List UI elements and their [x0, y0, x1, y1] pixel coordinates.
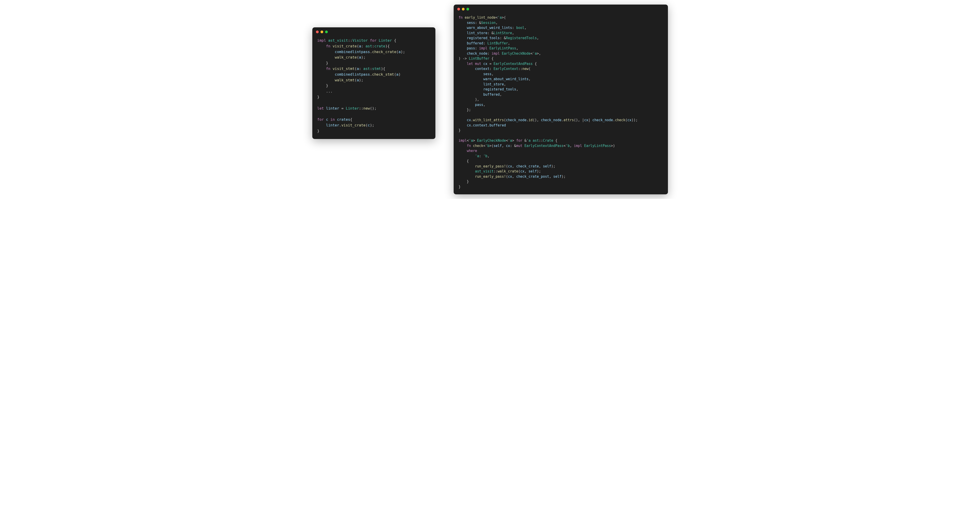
close-icon[interactable]: [457, 8, 460, 11]
titlebar: [453, 5, 668, 12]
code-window-right: fn early_lint_node<'a>( sess: &Session, …: [453, 5, 668, 194]
code-block-left: impl ast_visit::Visitor for Linter { fn …: [312, 35, 435, 139]
code-window-left: impl ast_visit::Visitor for Linter { fn …: [312, 27, 435, 139]
code-block-right: fn early_lint_node<'a>( sess: &Session, …: [453, 12, 668, 194]
maximize-icon[interactable]: [325, 30, 328, 33]
minimize-icon[interactable]: [320, 30, 323, 33]
close-icon[interactable]: [316, 30, 319, 33]
titlebar: [312, 27, 435, 35]
minimize-icon[interactable]: [462, 8, 465, 11]
maximize-icon[interactable]: [466, 8, 469, 11]
